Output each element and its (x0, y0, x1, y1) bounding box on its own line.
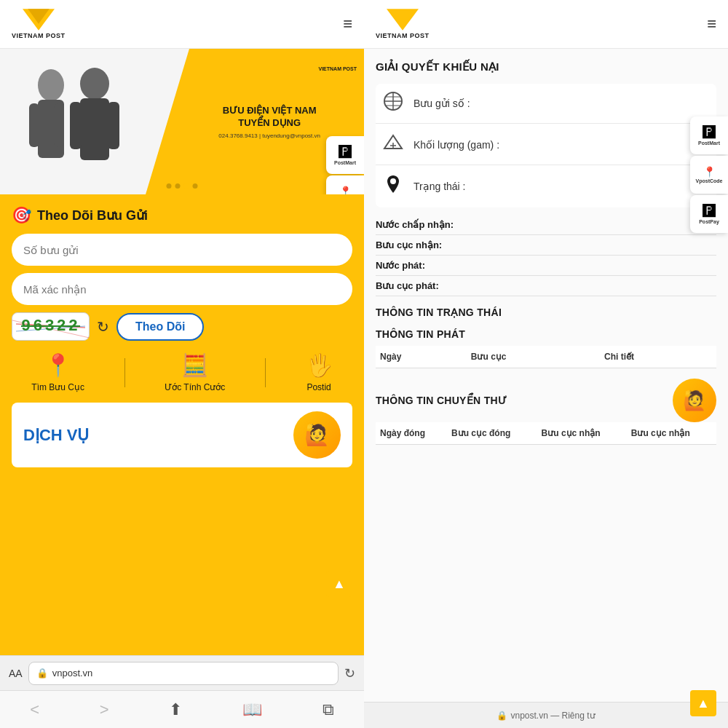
weight-label: Khối lượng (gam) : (414, 139, 711, 151)
dot-1 (167, 183, 172, 189)
left-panel: VIETNAM POST ≡ (0, 0, 364, 728)
bookmarks-button[interactable]: 📖 (234, 696, 271, 724)
postid-label: Postid (306, 382, 331, 392)
aa-text[interactable]: AA (9, 668, 23, 679)
status-label: Trạng thái : (414, 181, 711, 192)
right-postmart-label: PostMart (698, 141, 720, 146)
forward-button[interactable]: > (91, 696, 118, 724)
right-badge-postpay[interactable]: 🅿 PostPay (690, 195, 728, 233)
services-title: DỊCH VỤ (23, 426, 89, 445)
svg-rect-9 (108, 102, 119, 149)
svg-point-2 (38, 69, 64, 101)
bottom-status-bar: 🔒 vnpost.vn — Riêng tư (364, 702, 728, 728)
svg-rect-5 (54, 103, 64, 147)
postid-button[interactable]: 🖐 Postid (306, 352, 333, 392)
right-postpay-label: PostPay (699, 219, 719, 224)
info-rows-container: Bưu gửi số : Khối lượng (gam) : (376, 84, 716, 207)
detail-row-2: Nước phát: (376, 256, 716, 276)
weight-row: Khối lượng (gam) : (376, 125, 716, 165)
right-vpostcode-label: VpostCode (696, 178, 723, 183)
mt-col-recv-office: Bưu cục nhận (537, 422, 627, 445)
parcel-number-input[interactable] (12, 234, 352, 266)
badge-postmart[interactable]: 🅿 PostMart (326, 136, 364, 174)
banner-text-block: BƯU ĐIỆN VIỆT NAM TUYỂN DỤNG 024.3768.94… (218, 105, 320, 139)
right-header: VIETNAM POST ≡ (364, 0, 728, 49)
captcha-input[interactable] (12, 273, 352, 305)
left-side-badges: 🅿 PostMart 📍 VpostCode 🅿 PostPay (326, 136, 364, 194)
tracking-title-row: 🎯 Theo Dõi Bưu Gửi (12, 206, 352, 225)
status-info-heading: THÔNG TIN TRẠNG THÁI (376, 306, 716, 318)
lock-icon: 🔒 (36, 668, 48, 678)
mt-col-recv-office2: Bưu cục nhận (627, 422, 716, 445)
location-pin-icon: 📍 (44, 352, 71, 378)
tabs-button[interactable]: ⧉ (314, 696, 343, 724)
right-vpostcode-icon: 📍 (703, 167, 716, 177)
postmart-label: PostMart (334, 160, 356, 165)
dot-4 (193, 183, 198, 189)
theo-doi-button[interactable]: Theo Dõi (116, 313, 204, 341)
url-bar[interactable]: 🔒 vnpost.vn (28, 662, 339, 685)
captcha-box: 96322 (12, 312, 90, 341)
vpostcode-icon: 📍 (339, 186, 352, 195)
right-postmart-icon: 🅿 (703, 126, 716, 139)
divider-2 (265, 358, 266, 387)
banner-area: BƯU ĐIỆN VIỆT NAM TUYỂN DỤNG 024.3768.94… (0, 49, 364, 194)
banner-dots (167, 183, 198, 189)
services-avatar: 🙋 (293, 411, 341, 459)
reload-button[interactable]: ↻ (344, 665, 355, 681)
dot-3 (184, 183, 189, 189)
right-badge-postmart[interactable]: 🅿 PostMart (690, 116, 728, 154)
hamburger-menu-button[interactable]: ≡ (343, 15, 352, 33)
estimate-fee-button[interactable]: 🧮 Ước Tính Cước (165, 352, 225, 392)
right-logo-icon (387, 9, 419, 31)
weight-icon (381, 132, 405, 157)
find-post-office-label: Tìm Bưu Cục (31, 382, 84, 392)
parcel-number-label: Bưu gửi số : (414, 98, 711, 109)
right-panel: VIETNAM POST ≡ GIẢI QUYẾT KHIẾU NẠI Bưu … (364, 0, 728, 728)
right-postpay-icon: 🅿 (703, 205, 716, 218)
tracking-title-text: Theo Dõi Bưu Gửi (37, 207, 148, 223)
right-badge-vpostcode[interactable]: 📍 VpostCode (690, 156, 728, 194)
right-logo-text: VIETNAM POST (376, 32, 430, 39)
complaint-section-title: GIẢI QUYẾT KHIẾU NẠI (376, 60, 716, 74)
icon-row: 📍 Tìm Bưu Cục 🧮 Ước Tính Cước 🖐 Postid (12, 352, 352, 392)
share-button[interactable]: ⬆ (160, 696, 191, 724)
badge-vpostcode[interactable]: 📍 VpostCode (326, 175, 364, 194)
svg-marker-10 (328, 53, 347, 66)
mt-col-send-date: Ngày đóng (376, 422, 447, 445)
banner-background: BƯU ĐIỆN VIỆT NAM TUYỂN DỤNG 024.3768.94… (0, 49, 364, 194)
divider-1 (124, 358, 125, 387)
url-text: vnpost.vn (52, 668, 93, 678)
banner-people-illustration (7, 63, 138, 194)
services-row: DỊCH VỤ 🙋 (12, 403, 352, 467)
dot-2 (175, 183, 181, 189)
estimate-fee-label: Ước Tính Cước (165, 382, 225, 392)
vietnam-post-logo-icon (23, 9, 55, 31)
bottom-lock-icon: 🔒 (496, 711, 507, 721)
calculator-icon: 🧮 (181, 352, 208, 378)
parcel-number-icon (381, 91, 405, 116)
status-icon (381, 174, 405, 199)
banner-logo-text: VIETNAM POST (318, 66, 357, 71)
delivery-col-office: Bưu cục (467, 346, 600, 368)
delivery-info-heading: THÔNG TIN PHÁT (376, 328, 716, 340)
target-icon: 🎯 (12, 206, 31, 225)
detail-row-3: Bưu cục phát: (376, 276, 716, 296)
captcha-refresh-button[interactable]: ↻ (97, 318, 109, 336)
status-row: Trạng thái : (376, 167, 716, 206)
right-scroll-up-button[interactable]: ▲ (690, 690, 716, 716)
scroll-up-button[interactable]: ▲ (326, 571, 352, 597)
find-post-office-button[interactable]: 📍 Tìm Bưu Cục (31, 352, 84, 392)
mail-transfer-avatar: 🙋 (673, 379, 716, 422)
mt-col-send-office: Bưu cục đóng (447, 422, 537, 445)
right-side-badges: 🅿 PostMart 📍 VpostCode 🅿 PostPay (690, 116, 728, 233)
delivery-table: Ngày Bưu cục Chi tiết (376, 346, 716, 368)
bottom-status-text: vnpost.vn — Riêng tư (510, 711, 595, 721)
svg-marker-14 (387, 9, 419, 30)
right-hamburger-menu-button[interactable]: ≡ (707, 15, 716, 33)
delivery-col-detail: Chi tiết (600, 346, 716, 368)
left-header: VIETNAM POST ≡ (0, 0, 364, 49)
banner-logo-icon (328, 53, 348, 66)
back-button[interactable]: < (21, 696, 48, 724)
mail-transfer-heading: THÔNG TIN CHUYỂN THƯ (376, 395, 507, 406)
